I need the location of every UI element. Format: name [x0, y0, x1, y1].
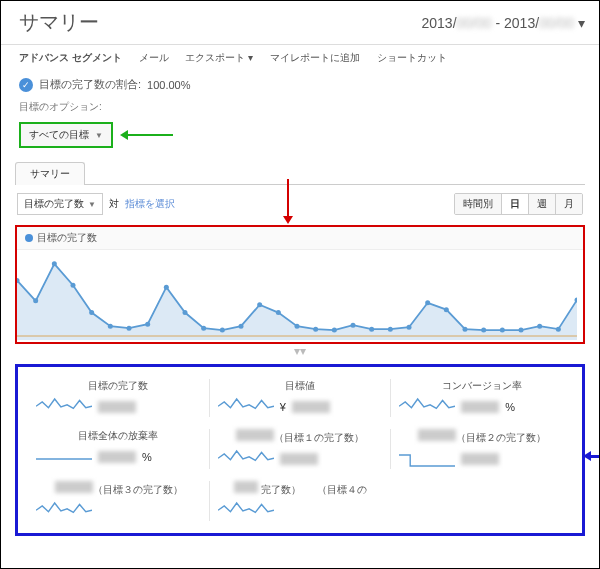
sparkline — [399, 397, 455, 417]
metric-label: （目標１の完了数） — [274, 432, 364, 443]
granularity-week[interactable]: 週 — [528, 194, 555, 214]
chart-legend: 目標の完了数 — [17, 227, 583, 250]
metric-completions[interactable]: 目標の完了数 — [28, 379, 209, 417]
metric-value-hidden — [98, 451, 136, 463]
metric-conversion-rate[interactable]: コンバージョン率 % — [390, 379, 572, 417]
svg-point-29 — [556, 327, 561, 332]
svg-point-25 — [481, 328, 486, 333]
sparkline — [218, 397, 274, 417]
svg-point-23 — [444, 307, 449, 312]
granularity-day[interactable]: 日 — [501, 194, 528, 214]
svg-point-18 — [351, 323, 356, 328]
metric-label: 目標の完了数 — [36, 379, 201, 393]
metric-label-cont: （目標４の — [317, 484, 367, 495]
svg-point-8 — [164, 285, 169, 290]
goal-name-hidden — [55, 481, 93, 493]
add-metric-link[interactable]: 指標を選択 — [125, 197, 175, 211]
svg-point-7 — [145, 322, 150, 327]
tab-summary[interactable]: サマリー — [15, 162, 85, 185]
sparkline — [218, 449, 274, 469]
metric-value-hidden — [461, 401, 499, 413]
annotation-green-arrow — [123, 134, 173, 136]
metric-label: （目標３の完了数） — [93, 484, 183, 495]
nav-add-report[interactable]: マイレポートに追加 — [270, 52, 360, 63]
chart-legend-label: 目標の完了数 — [37, 232, 97, 243]
nav-advanced-segment[interactable]: アドバンス セグメント — [19, 52, 122, 63]
metric-value-hidden — [98, 401, 136, 413]
metric-label: 目標全体の放棄率 — [36, 429, 201, 443]
svg-point-4 — [89, 310, 94, 315]
metric-label: （目標２の完了数） — [456, 432, 546, 443]
svg-point-11 — [220, 328, 225, 333]
kpi-label: 目標の完了数の割合: — [39, 77, 141, 92]
metric-value-hidden — [292, 401, 330, 413]
sparkline — [36, 447, 92, 467]
nav-shortcut[interactable]: ショートカット — [377, 52, 447, 63]
metrics-panel: 目標の完了数 目標値 ¥ コンバージョン率 % 目標全体の放棄率 % （目標１の… — [15, 364, 585, 536]
chart-container: 目標の完了数 — [15, 225, 585, 344]
granularity-toggle: 時間別 日 週 月 — [454, 193, 583, 215]
metric-prefix: ¥ — [280, 401, 286, 413]
page-title: サマリー — [19, 9, 99, 36]
svg-point-12 — [239, 324, 244, 329]
svg-point-13 — [257, 302, 262, 307]
goal-option-label: 目標のオプション: — [1, 98, 599, 116]
svg-point-1 — [33, 298, 38, 303]
metric-label: コンバージョン率 — [399, 379, 564, 393]
svg-point-5 — [108, 324, 113, 329]
svg-point-21 — [407, 325, 412, 330]
sparkline — [36, 501, 92, 521]
svg-point-22 — [425, 300, 430, 305]
primary-metric-select[interactable]: 目標の完了数 ▼ — [17, 193, 103, 215]
sparkline — [218, 501, 274, 521]
granularity-month[interactable]: 月 — [555, 194, 582, 214]
vs-label: 対 — [109, 197, 119, 211]
nav-export[interactable]: エクスポート ▾ — [185, 52, 253, 63]
goal-name-hidden — [234, 481, 258, 493]
chevron-down-icon: ▼ — [95, 131, 103, 140]
sparkline — [399, 449, 455, 469]
metric-abandon-rate[interactable]: 目標全体の放棄率 % — [28, 429, 209, 469]
goal-name-hidden — [236, 429, 274, 441]
kpi-value: 100.00% — [147, 79, 190, 91]
metric-goal3[interactable]: （目標３の完了数） — [28, 481, 209, 521]
nav-email[interactable]: メール — [139, 52, 169, 63]
goal-icon: ✓ — [19, 78, 33, 92]
metric-goal1[interactable]: （目標１の完了数） — [209, 429, 391, 469]
svg-point-17 — [332, 328, 337, 333]
svg-point-14 — [276, 310, 281, 315]
metric-goal4[interactable]: 完了数） （目標４の — [209, 481, 391, 521]
metric-goal2[interactable]: （目標２の完了数） — [390, 429, 572, 469]
metric-label: 完了数） — [261, 484, 301, 495]
metric-select-value: 目標の完了数 — [24, 197, 84, 211]
chevron-down-icon: ▼ — [88, 200, 96, 209]
legend-dot-icon — [25, 234, 33, 242]
date-sep: - 2013/ — [495, 15, 539, 31]
date-from-hidden: 00/00 — [457, 15, 492, 31]
svg-point-10 — [201, 326, 206, 331]
svg-point-9 — [183, 310, 188, 315]
svg-point-27 — [519, 328, 524, 333]
metric-value-hidden — [461, 453, 499, 465]
svg-point-28 — [537, 324, 542, 329]
svg-point-15 — [295, 324, 300, 329]
secondary-nav: アドバンス セグメント メール エクスポート ▾ マイレポートに追加 ショートカ… — [1, 45, 599, 71]
date-range[interactable]: 2013/00/00 - 2013/00/00 ▾ — [421, 15, 585, 31]
goal-name-hidden — [418, 429, 456, 441]
annotation-red-arrow — [287, 179, 289, 221]
svg-point-2 — [52, 261, 57, 266]
metric-value[interactable]: 目標値 ¥ — [209, 379, 391, 417]
svg-point-16 — [313, 327, 318, 332]
goal-select-dropdown[interactable]: すべての目標 ▼ — [19, 122, 113, 148]
line-chart[interactable] — [17, 250, 577, 340]
date-from-prefix: 2013/ — [421, 15, 456, 31]
resize-grip-icon[interactable]: ▾▾ — [1, 344, 599, 358]
granularity-hourly[interactable]: 時間別 — [455, 194, 501, 214]
svg-point-3 — [71, 283, 76, 288]
svg-point-24 — [463, 327, 468, 332]
metric-suffix: % — [142, 451, 152, 463]
annotation-blue-arrow — [586, 455, 600, 458]
metric-suffix: % — [505, 401, 515, 413]
metric-label: 目標値 — [218, 379, 383, 393]
metric-value-hidden — [280, 453, 318, 465]
